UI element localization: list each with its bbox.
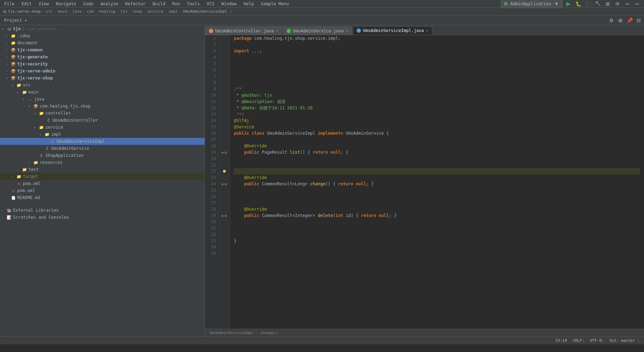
menu-navigate[interactable]: Navigate xyxy=(55,1,78,7)
gutter-23 xyxy=(219,174,229,181)
run-config[interactable]: AdminApplication ▼ xyxy=(501,0,562,8)
tree-ShopApplication[interactable]: C ShopApplication xyxy=(0,152,205,159)
tab-close-impl[interactable]: ✕ xyxy=(426,28,428,33)
menu-file[interactable]: File xyxy=(3,1,16,7)
tree-pom-module[interactable]: m pom.xml xyxy=(0,180,205,187)
nav-src[interactable]: src xyxy=(46,9,53,14)
tree-controller[interactable]: ▾ 📁 controller xyxy=(0,110,205,117)
tree-tjx-serve-shop[interactable]: ▾ 📦 tjx-serve-shop xyxy=(0,75,205,82)
nav-healing[interactable]: healing xyxy=(99,9,115,14)
tree-service[interactable]: ▾ 📁 service xyxy=(0,124,205,131)
menu-run[interactable]: Run xyxy=(171,1,181,7)
menu-code[interactable]: Code xyxy=(82,1,95,7)
tree-UmsAdminServiceImpl[interactable]: C UmsAdminServiceImpl xyxy=(0,138,205,145)
bookmark-24[interactable]: ⊙ xyxy=(225,182,227,186)
run-icon-19[interactable]: ▶ xyxy=(222,150,224,155)
gutter-22 xyxy=(219,168,229,174)
menu-analyze[interactable]: Analyze xyxy=(99,1,120,7)
bookmark-19[interactable]: ⊙ xyxy=(225,151,227,154)
tree-readme[interactable]: 📄 README.md xyxy=(0,194,205,201)
tree-main[interactable]: ▾ 📁 main xyxy=(0,89,205,96)
layout-icon[interactable]: ⊞ xyxy=(617,17,624,24)
code-line-5 xyxy=(234,60,640,67)
nav-com[interactable]: com xyxy=(87,9,94,14)
tree-java[interactable]: ▾ ☕ java xyxy=(0,96,205,103)
run-icon-24[interactable]: ▶ xyxy=(222,182,224,186)
collapse-icon[interactable]: ⊟ xyxy=(635,17,643,24)
status-crlf[interactable]: CRLF: xyxy=(573,338,584,343)
menu-window[interactable]: Window xyxy=(220,1,238,7)
run-config-dropdown[interactable]: ▼ xyxy=(554,1,559,7)
common-icon: 📦 xyxy=(11,47,16,53)
debug-button[interactable]: 🐛 xyxy=(574,0,582,8)
tree-resources[interactable]: › 📁 resources xyxy=(0,159,205,166)
menu-build[interactable]: Build xyxy=(151,1,167,7)
src-arrow: ▾ xyxy=(11,83,16,87)
tree-test[interactable]: › 📁 test xyxy=(0,166,205,173)
run-icon-29[interactable]: ▶ xyxy=(222,213,224,218)
tree-impl[interactable]: ▾ 📁 impl xyxy=(0,131,205,138)
stop-button[interactable]: ⬛ xyxy=(584,0,592,8)
tree-root[interactable]: ▾ 🗂 tjx D:\git_work\tjx xyxy=(0,25,205,32)
tree-tjx-security[interactable]: › 📦 tjx-security xyxy=(0,60,205,68)
breadcrumb-class[interactable]: UmsAdminServiceImpl xyxy=(209,331,254,335)
gutter-29[interactable]: ▶ ⊙ xyxy=(219,212,229,219)
tree-document[interactable]: › 📁 document xyxy=(0,39,205,46)
menu-view[interactable]: View xyxy=(37,1,50,7)
menu-refactor[interactable]: Refactor xyxy=(124,1,147,7)
gutter-19[interactable]: ▶ ⊙ xyxy=(219,149,229,155)
run-button[interactable]: ▶ xyxy=(565,0,572,8)
nav-file[interactable]: UmsAdminServiceImpl › xyxy=(183,9,232,14)
tree-UmsAdminController[interactable]: C UmsAdminController xyxy=(0,117,205,124)
gutter-24[interactable]: ▶ ⊙ xyxy=(219,181,229,187)
code-line-31 xyxy=(234,225,640,231)
tab-close-controller[interactable]: ✕ xyxy=(276,28,278,33)
build-button[interactable]: 🔨 xyxy=(594,0,602,8)
toolbar-more2[interactable]: ⟳ xyxy=(614,0,621,8)
menu-edit[interactable]: Edit xyxy=(20,1,33,7)
nav-tjx[interactable]: 🗂 xyxy=(3,9,7,14)
settings-icon[interactable]: ⚙ xyxy=(607,17,615,24)
code-line-6 xyxy=(234,67,640,73)
tree-idea[interactable]: › 📁 .idea xyxy=(0,32,205,39)
ext-arrow: › xyxy=(1,209,6,212)
tree-src[interactable]: ▾ 📁 src xyxy=(0,82,205,89)
menu-sample[interactable]: Sample Menu xyxy=(260,1,290,7)
breadcrumb-method[interactable]: change() xyxy=(260,331,279,335)
tree-tjx-common[interactable]: › 📦 tjx-common xyxy=(0,46,205,53)
menu-vcs[interactable]: VCS xyxy=(205,1,216,7)
status-git[interactable]: Git: master : xyxy=(610,338,640,343)
nav-service[interactable]: service xyxy=(147,9,163,14)
code-content[interactable]: package com.healing.tjx.shop.service.imp… xyxy=(230,35,644,329)
tree-scratches[interactable]: › 📝 Scratches and Consoles xyxy=(0,214,205,221)
code-editor[interactable]: 1 2 3 4 5 6 7 8 9 10 11 12 13 14 15 16 1… xyxy=(205,35,644,329)
tab-UmsAdminServiceImpl[interactable]: UmsAdminServiceImpl.java ✕ xyxy=(353,26,432,35)
nav-java[interactable]: java xyxy=(72,9,82,14)
tree-tjx-serve-admin[interactable]: › 📦 tjx-serve-admin xyxy=(0,68,205,75)
status-charset[interactable]: UTF-8: xyxy=(590,338,604,343)
tab-UmsAdminController[interactable]: UmsAdminController.java ✕ xyxy=(205,26,282,35)
nav-tjx-label[interactable]: tjx-serve-shop xyxy=(8,9,41,14)
menu-tools[interactable]: Tools xyxy=(186,1,201,7)
tree-package[interactable]: ▾ 📦 com.healing.tjx.shop xyxy=(0,103,205,110)
status-line-col[interactable]: 23:14 xyxy=(555,338,567,343)
tree-target[interactable]: › 📁 target xyxy=(0,173,205,180)
toolbar-more4[interactable]: ⇨ xyxy=(633,0,641,8)
serve-shop-label: tjx-serve-shop xyxy=(17,76,53,81)
tree-pom-root[interactable]: m pom.xml xyxy=(0,187,205,194)
toolbar-more1[interactable]: ⊞ xyxy=(604,0,612,8)
bookmark-29[interactable]: ⊙ xyxy=(225,214,227,218)
toolbar-more3[interactable]: ⇦ xyxy=(624,0,631,8)
tree-tjx-generate[interactable]: › 📦 tjx-generate xyxy=(0,53,205,60)
code-line-2 xyxy=(234,41,640,48)
tab-UmsAdminService[interactable]: UmsAdminService.java ✕ xyxy=(283,26,352,35)
nav-impl[interactable]: impl xyxy=(168,9,178,14)
pin-icon[interactable]: 📌 xyxy=(626,17,633,24)
menu-help[interactable]: Help xyxy=(242,1,255,7)
nav-main[interactable]: main xyxy=(58,9,68,14)
tab-close-service[interactable]: ✕ xyxy=(346,28,348,33)
tree-external-libs[interactable]: › 📚 External Libraries xyxy=(0,207,205,214)
nav-shop[interactable]: shop xyxy=(133,9,142,14)
nav-tjx2[interactable]: tjx xyxy=(121,9,128,14)
tree-UmsAdminService[interactable]: I UmsAdminService xyxy=(0,145,205,152)
